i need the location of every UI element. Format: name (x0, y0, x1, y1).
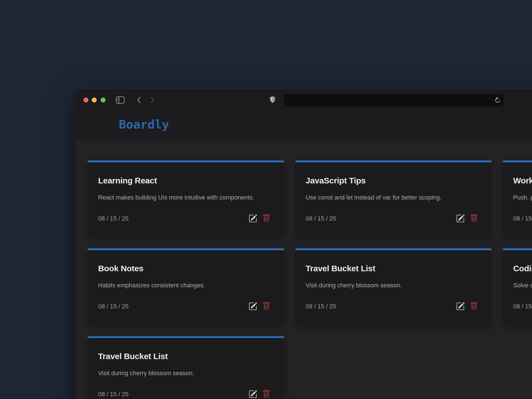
card-actions (249, 302, 270, 311)
delete-button[interactable] (470, 302, 478, 311)
card-actions (249, 390, 270, 398)
card-date: 08 / 15 / 25 (513, 215, 532, 222)
card-description: Visit during cherry blossom season. (98, 368, 274, 378)
card-actions (249, 214, 270, 223)
refresh-button[interactable] (494, 97, 501, 104)
card-actions (456, 302, 478, 311)
card-title: Learning React (98, 175, 274, 186)
main-content: Learning React React makes building UIs … (75, 140, 532, 399)
minimize-button[interactable] (92, 98, 97, 103)
edit-icon (249, 302, 257, 311)
card-date: 08 / 15 / 25 (98, 303, 129, 310)
refresh-icon (494, 97, 501, 104)
note-card: Coding Solve at 08 / 15 / 25 (503, 248, 532, 324)
card-description: Habits emphasizes consistent changes. (98, 280, 274, 290)
card-title: JavaScript Tips (306, 175, 481, 186)
edit-icon (456, 214, 465, 223)
card-date: 08 / 15 / 25 (98, 391, 129, 398)
note-card: Book Notes Habits emphasizes consistent … (88, 248, 284, 324)
address-bar[interactable] (284, 94, 503, 106)
trash-icon (470, 302, 478, 310)
card-footer: 08 / 15 / 25 (98, 302, 274, 311)
trash-icon (262, 214, 270, 222)
edit-button[interactable] (249, 390, 257, 398)
card-title: Travel Bucket List (98, 351, 274, 362)
note-card: JavaScript Tips Use const and let instea… (295, 160, 492, 237)
note-card: Travel Bucket List Visit during cherry b… (88, 336, 284, 399)
privacy-shield-button[interactable] (269, 96, 276, 104)
delete-button[interactable] (470, 214, 478, 223)
app-logo: Boardly (119, 117, 169, 131)
edit-icon (456, 302, 465, 311)
card-footer: 08 / 15 / 25 (513, 214, 532, 223)
card-description: Push, pu (513, 193, 532, 203)
note-card: Workout Push, pu 08 / 15 / 25 (503, 160, 532, 237)
card-title: Book Notes (98, 263, 274, 274)
card-date: 08 / 15 / 25 (306, 215, 336, 222)
browser-toolbar (75, 88, 532, 112)
edit-button[interactable] (249, 302, 257, 311)
browser-window: Boardly Learning React React makes build… (75, 88, 532, 399)
edit-button[interactable] (249, 214, 257, 223)
back-button[interactable] (136, 96, 142, 104)
trash-icon (262, 390, 270, 398)
maximize-button[interactable] (101, 98, 106, 103)
close-button[interactable] (83, 98, 88, 103)
card-actions (456, 214, 478, 223)
card-title: Travel Bucket List (306, 263, 481, 274)
edit-icon (249, 214, 257, 223)
edit-button[interactable] (456, 214, 465, 223)
sidebar-toggle-icon (116, 96, 125, 104)
shield-icon (269, 96, 276, 104)
trash-icon (470, 214, 478, 222)
card-footer: 08 / 15 / 25 (98, 214, 274, 223)
delete-button[interactable] (262, 214, 270, 223)
card-title: Coding (513, 263, 532, 274)
delete-button[interactable] (262, 302, 270, 311)
card-title: Workout (513, 175, 532, 186)
card-description: Visit during cherry blossom season. (306, 280, 481, 290)
card-date: 08 / 15 / 25 (98, 215, 129, 222)
cards-grid: Learning React React makes building UIs … (88, 160, 532, 399)
forward-arrow-icon (149, 96, 156, 104)
app-header: Boardly (75, 112, 532, 140)
card-description: Solve at (513, 280, 532, 290)
card-description: React makes building UIs more intuitive … (98, 193, 274, 203)
back-arrow-icon (136, 96, 142, 104)
note-card: Learning React React makes building UIs … (88, 160, 284, 237)
edit-button[interactable] (456, 302, 465, 311)
card-footer: 08 / 15 / 25 (306, 214, 481, 223)
delete-button[interactable] (262, 390, 270, 398)
trash-icon (262, 302, 270, 310)
card-footer: 08 / 15 / 25 (98, 390, 274, 398)
forward-button[interactable] (149, 96, 156, 104)
card-footer: 08 / 15 / 25 (513, 302, 532, 311)
card-date: 08 / 15 / 25 (306, 303, 336, 310)
note-card: Travel Bucket List Visit during cherry b… (295, 248, 492, 324)
sidebar-toggle-button[interactable] (116, 96, 125, 104)
card-description: Use const and let instead of var for bet… (306, 193, 481, 203)
card-date: 08 / 15 / 25 (513, 303, 532, 310)
edit-icon (249, 390, 257, 398)
card-footer: 08 / 15 / 25 (306, 302, 481, 311)
